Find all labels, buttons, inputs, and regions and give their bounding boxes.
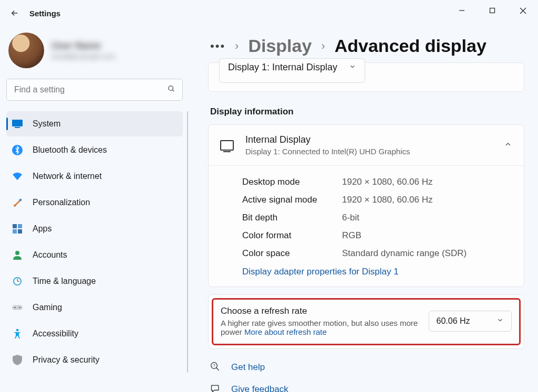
arrow-left-icon	[10, 8, 19, 18]
breadcrumb-current: Advanced display	[335, 36, 487, 56]
sidebar-item-privacy[interactable]: Privacy & security	[6, 347, 183, 373]
refresh-rate-select[interactable]: 60.06 Hz	[429, 311, 512, 332]
nav-list: System Bluetooth & devices Network & int…	[6, 111, 189, 373]
feedback-icon	[210, 384, 222, 392]
clock-icon	[12, 276, 23, 287]
sidebar-item-gaming[interactable]: Gaming	[6, 295, 183, 320]
sidebar-item-accessibility[interactable]: Accessibility	[6, 321, 183, 346]
svg-point-21	[19, 307, 20, 308]
shield-icon	[12, 354, 23, 366]
chevron-down-icon	[349, 62, 356, 73]
avatar	[8, 33, 44, 68]
brush-icon	[12, 197, 23, 208]
display-info-rows: Desktop mode1920 × 1080, 60.06 Hz Active…	[209, 166, 524, 287]
kv-row: Color spaceStandard dynamic range (SDR)	[242, 245, 512, 262]
svg-rect-1	[490, 8, 495, 13]
search-box[interactable]	[6, 79, 183, 101]
minimize-button[interactable]	[447, 0, 477, 21]
sidebar-item-label: Network & internet	[33, 172, 102, 181]
back-button[interactable]	[4, 3, 25, 24]
sidebar-item-system[interactable]: System	[6, 111, 183, 136]
main-content: ••• › Display › Advanced display Display…	[200, 26, 533, 392]
breadcrumb-overflow[interactable]: •••	[210, 39, 225, 53]
wifi-icon	[12, 171, 23, 182]
title-bar: Settings	[0, 0, 538, 26]
sidebar-item-label: System	[33, 119, 60, 129]
maximize-icon	[489, 7, 495, 14]
section-header: Display information	[200, 104, 533, 124]
sidebar-item-label: Accounts	[33, 250, 67, 260]
sidebar-item-label: Bluetooth & devices	[33, 145, 107, 155]
svg-point-4	[169, 86, 173, 91]
minimize-icon	[459, 7, 465, 14]
user-name: User Name	[51, 40, 116, 51]
gamepad-icon	[12, 302, 23, 313]
sidebar: User Name email@example.com System Bluet…	[0, 26, 189, 392]
kv-row: Active signal mode1920 × 1080, 60.06 Hz	[242, 191, 512, 209]
refresh-rate-card: Choose a refresh rate A higher rate give…	[208, 294, 524, 349]
give-feedback-link[interactable]: Give feedback	[231, 384, 288, 392]
sidebar-item-personalization[interactable]: Personalization	[6, 190, 183, 215]
svg-point-20	[14, 307, 15, 308]
window-title: Settings	[29, 9, 60, 18]
refresh-rate-highlight: Choose a refresh rate A higher rate give…	[212, 298, 521, 345]
bluetooth-icon	[12, 144, 23, 156]
svg-point-22	[16, 329, 19, 332]
chevron-up-icon	[504, 140, 512, 151]
chevron-down-icon	[496, 316, 504, 326]
sidebar-item-bluetooth[interactable]: Bluetooth & devices	[6, 137, 183, 163]
apps-icon	[12, 223, 23, 235]
svg-rect-19	[12, 305, 23, 310]
svg-rect-6	[12, 120, 23, 126]
sidebar-item-time-language[interactable]: Time & language	[6, 269, 183, 294]
display-info-header[interactable]: Internal Display Display 1: Connected to…	[209, 125, 524, 166]
display-info-sub: Display 1: Connected to Intel(R) UHD Gra…	[245, 147, 492, 156]
sidebar-item-label: Personalization	[33, 198, 90, 207]
sidebar-item-apps[interactable]: Apps	[6, 216, 183, 241]
svg-rect-13	[18, 229, 22, 234]
sidebar-item-label: Time & language	[33, 277, 96, 286]
sidebar-item-network[interactable]: Network & internet	[6, 164, 183, 189]
kv-row: Desktop mode1920 × 1080, 60.06 Hz	[242, 173, 512, 191]
profile-block[interactable]: User Name email@example.com	[6, 26, 189, 78]
give-feedback-row[interactable]: Give feedback	[200, 380, 533, 392]
refresh-desc: A higher rate gives smoother motion, but…	[221, 319, 418, 336]
help-icon: ?	[210, 362, 222, 373]
get-help-row[interactable]: ? Get help	[200, 358, 533, 376]
display-info-card: Internal Display Display 1: Connected to…	[208, 124, 524, 287]
accessibility-icon	[12, 328, 23, 340]
svg-text:?: ?	[213, 363, 215, 368]
svg-point-14	[15, 251, 19, 255]
svg-rect-7	[15, 127, 20, 128]
refresh-rate-value: 60.06 Hz	[437, 316, 470, 326]
breadcrumb-display[interactable]: Display	[248, 36, 312, 56]
search-icon	[167, 84, 175, 95]
sidebar-item-label: Apps	[33, 224, 51, 234]
maximize-button[interactable]	[477, 0, 508, 21]
svg-rect-11	[18, 224, 22, 228]
close-icon	[520, 7, 526, 14]
refresh-learn-more-link[interactable]: More about refresh rate	[244, 327, 327, 336]
kv-row: Color formatRGB	[242, 227, 512, 245]
user-email: email@example.com	[51, 52, 116, 60]
svg-rect-10	[13, 224, 17, 228]
display-select-card: Display 1: Internal Display	[208, 62, 524, 92]
adapter-properties-link[interactable]: Display adapter properties for Display 1	[242, 262, 399, 277]
display-info-title: Internal Display	[245, 134, 492, 145]
search-input[interactable]	[6, 79, 183, 101]
person-icon	[12, 249, 23, 261]
display-select[interactable]: Display 1: Internal Display	[219, 58, 365, 83]
chevron-right-icon: ›	[235, 39, 239, 53]
sidebar-item-label: Gaming	[33, 303, 62, 312]
chevron-right-icon: ›	[321, 39, 325, 53]
sidebar-item-accounts[interactable]: Accounts	[6, 242, 183, 268]
get-help-link[interactable]: Get help	[231, 362, 265, 373]
svg-line-5	[172, 90, 174, 91]
sidebar-item-label: Accessibility	[33, 329, 78, 338]
refresh-title: Choose a refresh rate	[221, 306, 418, 316]
sidebar-item-label: Privacy & security	[33, 355, 99, 365]
monitor-icon	[220, 140, 234, 151]
display-select-value: Display 1: Internal Display	[228, 62, 337, 73]
system-icon	[12, 118, 23, 130]
close-button[interactable]	[508, 0, 538, 21]
